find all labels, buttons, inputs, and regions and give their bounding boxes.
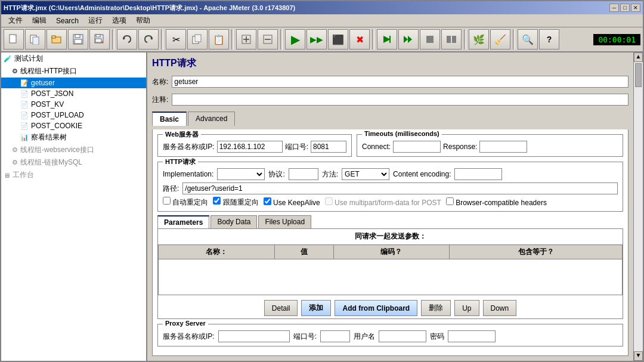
connect-input[interactable] [393, 141, 441, 153]
close-button[interactable]: ✕ [631, 4, 640, 12]
cut-button[interactable]: ✂ [166, 29, 186, 49]
copy-button[interactable] [187, 29, 208, 49]
menu-file[interactable]: 文件 [4, 14, 27, 27]
tab-parameters[interactable]: Parameters [157, 215, 209, 228]
multipart-checkbox[interactable] [325, 197, 333, 205]
down-button[interactable]: Down [483, 300, 517, 316]
help-button[interactable]: ? [539, 29, 559, 49]
tab-body-data[interactable]: Body Data [210, 215, 257, 228]
implementation-select[interactable] [217, 168, 265, 180]
remote-stop-all-button[interactable] [441, 29, 462, 49]
name-input[interactable] [172, 76, 628, 88]
proxy-title: Proxy Server [163, 320, 208, 327]
templates-button[interactable] [25, 29, 45, 49]
connect-label: Connect: [362, 143, 391, 151]
detail-button[interactable]: Detail [264, 300, 298, 316]
remote-stop-button[interactable] [420, 29, 440, 49]
proxy-user-input[interactable] [379, 330, 426, 342]
response-label: Response: [443, 143, 477, 151]
search-button[interactable]: 🔍 [518, 29, 538, 49]
comment-label: 注释: [152, 95, 168, 105]
shutdown-button[interactable]: ✖ [349, 29, 370, 49]
browser-compat-checkbox[interactable] [446, 197, 454, 205]
paste-button[interactable]: 📋 [209, 29, 229, 49]
path-input[interactable] [182, 182, 618, 194]
keepalive-checkbox[interactable] [264, 197, 271, 205]
expand-button[interactable] [236, 29, 256, 49]
open-button[interactable] [47, 29, 67, 49]
tree-item-0[interactable]: 🧪 测试计划 [1, 52, 146, 65]
timer-display: 00:00:01 [593, 34, 640, 45]
comment-row: 注释: [152, 94, 628, 106]
proxy-port-label: 端口号: [293, 332, 317, 342]
method-select[interactable]: GET POST PUT DELETE [342, 168, 389, 180]
port-input[interactable] [311, 141, 346, 153]
tab-files-upload[interactable]: Files Upload [258, 215, 311, 228]
svg-rect-6 [75, 35, 80, 38]
http-impl-row: Implementation: 协议: 方法: GET POST PUT DEL… [163, 168, 618, 180]
collapse-button[interactable] [258, 29, 278, 49]
new-button[interactable] [4, 29, 24, 49]
server-ip-input[interactable] [217, 141, 283, 153]
clear-all-button[interactable]: 🧹 [490, 29, 510, 49]
tab-basic[interactable]: Basic [152, 112, 187, 126]
stop-button[interactable]: ⬛ [328, 29, 348, 49]
response-input[interactable] [479, 141, 527, 153]
up-button[interactable]: Up [454, 300, 479, 316]
tree-item-post-cookie[interactable]: 📄 POST_COOKIE [1, 120, 146, 131]
right-scrollbar[interactable]: ▲ ▼ [633, 52, 643, 361]
timeouts-title: Timeouts (milliseconds) [362, 130, 442, 137]
port-label: 端口号: [285, 142, 308, 152]
delete-button[interactable]: 删除 [421, 300, 451, 316]
menu-search[interactable]: Search [51, 16, 83, 26]
save-button[interactable] [68, 29, 88, 49]
menu-help[interactable]: 帮助 [131, 14, 155, 27]
minimize-button[interactable]: ─ [609, 4, 619, 12]
tree-item-results[interactable]: 📊 察看结果树 [1, 131, 146, 144]
protocol-input[interactable] [289, 168, 318, 180]
add-clipboard-button[interactable]: Add from Clipboard [335, 300, 417, 316]
scroll-down-btn[interactable]: ▼ [634, 351, 643, 361]
separator-5 [372, 29, 374, 49]
menu-edit[interactable]: 编辑 [27, 14, 51, 27]
tab-advanced[interactable]: Advanced [188, 112, 235, 126]
tree-item-getuser[interactable]: 📝 getuser [1, 78, 146, 88]
tree-item-post-json[interactable]: 📄 POST_JSON [1, 88, 146, 99]
follow-redirect-checkbox[interactable] [213, 197, 221, 205]
menu-run[interactable]: 运行 [83, 14, 107, 27]
comment-input[interactable] [172, 94, 628, 106]
maximize-button[interactable]: □ [620, 4, 630, 12]
proxy-pass-input[interactable] [448, 330, 496, 342]
menu-options[interactable]: 选项 [107, 14, 131, 27]
tree-item-mysql[interactable]: ⚙ 线程组-链接MySQL [1, 156, 146, 169]
scroll-up-btn[interactable]: ▲ [634, 52, 643, 62]
redo-button[interactable] [138, 29, 159, 49]
remote-start-button[interactable] [377, 29, 397, 49]
separator-1 [112, 29, 114, 49]
encoding-input[interactable] [454, 168, 502, 180]
remote-start-all-button[interactable] [398, 29, 419, 49]
proxy-port-input[interactable] [320, 330, 350, 342]
start-button[interactable]: ▶ [285, 29, 305, 49]
undo-button[interactable] [117, 29, 137, 49]
tree-item-webservice[interactable]: ⚙ 线程组-webservice接口 [1, 144, 146, 156]
tree-item-1[interactable]: ⚙ 线程组-HTTP接口 [1, 65, 146, 78]
timeouts-section: Timeouts (milliseconds) Connect: Respons… [357, 134, 623, 157]
tree-item-post-upload[interactable]: 📄 POST_UPLOAD [1, 110, 146, 120]
tree-item-post-kv[interactable]: 📄 POST_KV [1, 99, 146, 110]
proxy-server-input[interactable] [218, 330, 290, 342]
add-button[interactable]: 添加 [301, 300, 331, 316]
thread-group-icon: ⚙ [12, 67, 18, 75]
function-helper-button[interactable]: 🌿 [469, 29, 489, 49]
scroll-thumb[interactable] [635, 63, 642, 87]
sub-tab-bar: Parameters Body Data Files Upload [157, 215, 623, 228]
start-no-pause-button[interactable]: ▶▶ [306, 29, 327, 49]
tree-item-workbench[interactable]: 🖥 工作台 [1, 169, 146, 181]
proxy-section: Proxy Server 服务器名称或IP: 端口号: 用户名 密码 [157, 324, 623, 346]
svg-rect-28 [452, 36, 456, 43]
save-as-button[interactable]: + [89, 29, 110, 49]
web-server-section: Web服务器 服务器名称或IP: 端口号: [157, 134, 352, 157]
auto-redirect-checkbox[interactable] [163, 197, 171, 205]
separator-2 [161, 29, 163, 49]
http-request-icon: 📝 [20, 79, 29, 87]
